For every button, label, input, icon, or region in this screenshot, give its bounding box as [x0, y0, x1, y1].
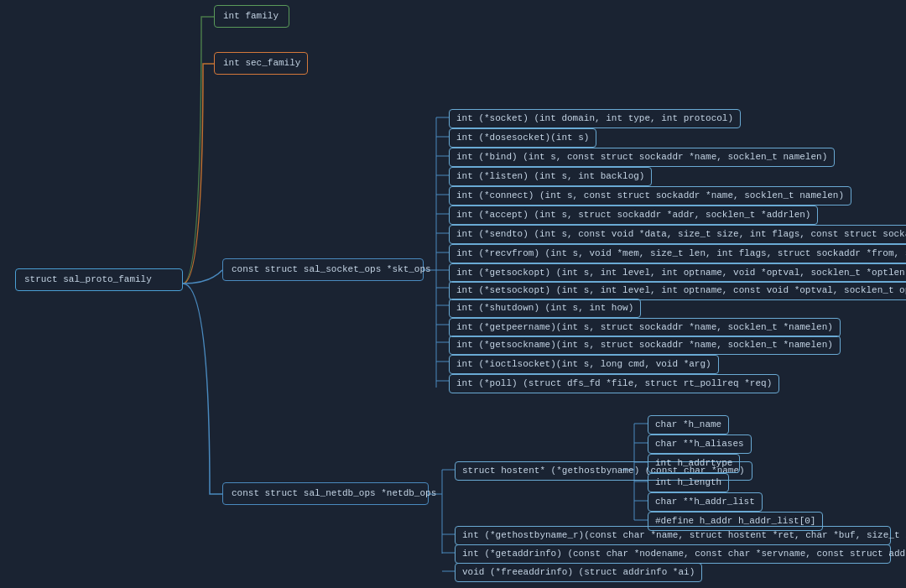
hostent-child-1: char **h_aliases [648, 434, 752, 454]
getaddrinfo-node: int (*getaddrinfo) (const char *nodename… [455, 544, 891, 564]
hostent-child-3: int h_length [648, 473, 729, 492]
hostent-child-4: char **h_addr_list [648, 492, 763, 512]
int-sec-family-label: int sec_family [223, 58, 300, 68]
skt-ops-label: const struct sal_socket_ops *skt_ops [232, 264, 431, 274]
skt-child-13: int (*ioctlsocket)(int s, long cmd, void… [449, 355, 719, 374]
skt-child-9-label: int (*setsockopt) (int s, int level, int… [456, 285, 906, 295]
skt-child-8: int (*getsockopt) (int s, int level, int… [449, 263, 906, 283]
skt-child-2: int (*bind) (int s, const struct sockadd… [449, 148, 835, 167]
skt-child-14: int (*poll) (struct dfs_fd *file, struct… [449, 374, 779, 393]
main-label: struct sal_proto_family [24, 274, 152, 284]
skt-child-3-label: int (*listen) (int s, int backlog) [456, 171, 644, 181]
diagram: struct sal_proto_family int family int s… [0, 0, 906, 588]
netdb-ops-node: const struct sal_netdb_ops *netdb_ops [222, 482, 429, 505]
netdb-ops-label: const struct sal_netdb_ops *netdb_ops [232, 488, 436, 498]
skt-child-13-label: int (*ioctlsocket)(int s, long cmd, void… [456, 359, 711, 369]
skt-child-7: int (*recvfrom) (int s, void *mem, size_… [449, 244, 906, 263]
skt-child-0: int (*socket) (int domain, int type, int… [449, 109, 741, 128]
gethostbyname-r-label: int (*gethostbyname_r)(const char *name,… [462, 530, 906, 540]
skt-child-3: int (*listen) (int s, int backlog) [449, 167, 652, 186]
skt-child-10: int (*shutdown) (int s, int how) [449, 299, 641, 318]
skt-child-0-label: int (*socket) (int domain, int type, int… [456, 113, 733, 123]
hostent-child-0-label: char *h_name [655, 419, 721, 429]
skt-child-8-label: int (*getsockopt) (int s, int level, int… [456, 268, 906, 278]
skt-child-5-label: int (*accept) (int s, struct sockaddr *a… [456, 210, 810, 220]
freeaddrinfo-label: void (*freeaddrinfo) (struct addrinfo *a… [462, 567, 695, 577]
skt-child-12: int (*getsockname)(int s, struct sockadd… [449, 336, 841, 355]
hostent-child-2-label: int h_addrtype [655, 458, 732, 468]
skt-child-11: int (*getpeername)(int s, struct sockadd… [449, 318, 841, 337]
skt-child-2-label: int (*bind) (int s, const struct sockadd… [456, 152, 827, 162]
hostent-child-5-label: #define h_addr h_addr_list[0] [655, 516, 815, 526]
int-sec-family-node: int sec_family [214, 52, 308, 75]
main-node: struct sal_proto_family [15, 268, 183, 291]
skt-child-4: int (*connect) (int s, const struct sock… [449, 186, 851, 206]
hostent-child-2: int h_addrtype [648, 454, 740, 473]
hostent-child-1-label: char **h_aliases [655, 439, 744, 449]
skt-child-12-label: int (*getsockname)(int s, struct sockadd… [456, 340, 833, 350]
freeaddrinfo-node: void (*freeaddrinfo) (struct addrinfo *a… [455, 563, 702, 582]
getaddrinfo-label: int (*getaddrinfo) (const char *nodename… [462, 549, 906, 559]
skt-child-6-label: int (*sendto) (int s, const void *data, … [456, 229, 906, 239]
hostent-child-3-label: int h_length [655, 477, 721, 487]
skt-child-14-label: int (*poll) (struct dfs_fd *file, struct… [456, 378, 772, 388]
hostent-child-0: char *h_name [648, 415, 729, 434]
skt-child-5: int (*accept) (int s, struct sockaddr *a… [449, 206, 818, 225]
skt-ops-node: const struct sal_socket_ops *skt_ops [222, 258, 424, 281]
skt-child-7-label: int (*recvfrom) (int s, void *mem, size_… [456, 248, 906, 258]
skt-child-10-label: int (*shutdown) (int s, int how) [456, 303, 633, 313]
hostent-child-4-label: char **h_addr_list [655, 497, 755, 507]
skt-child-1-label: int (*dosesocket)(int s) [456, 133, 589, 143]
gethostbyname-r-node: int (*gethostbyname_r)(const char *name,… [455, 526, 891, 545]
skt-child-4-label: int (*connect) (int s, const struct sock… [456, 190, 844, 200]
skt-child-9: int (*setsockopt) (int s, int level, int… [449, 281, 906, 300]
skt-child-11-label: int (*getpeername)(int s, struct sockadd… [456, 322, 833, 332]
skt-child-6: int (*sendto) (int s, const void *data, … [449, 225, 906, 244]
int-family-label: int family [223, 11, 279, 21]
int-family-node: int family [214, 5, 289, 28]
skt-child-1: int (*dosesocket)(int s) [449, 128, 596, 148]
